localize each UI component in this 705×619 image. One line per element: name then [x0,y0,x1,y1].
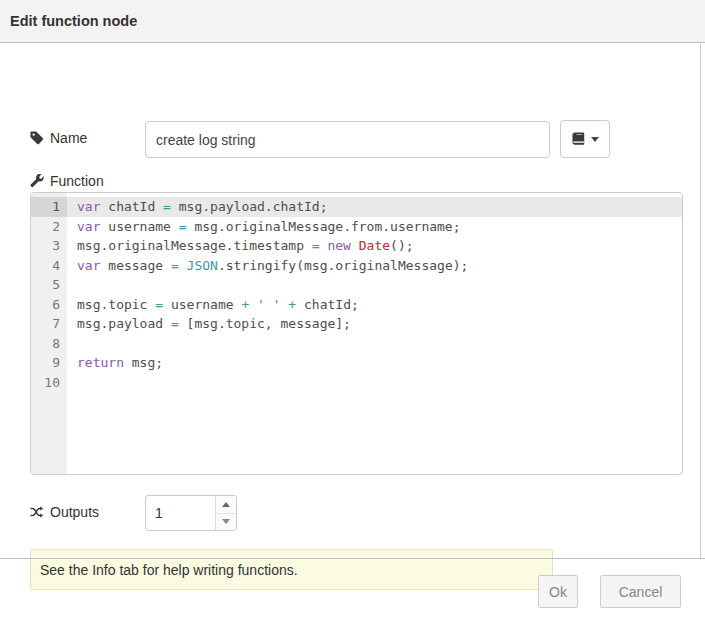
cancel-button[interactable]: Cancel [600,575,681,608]
function-label: Function [30,173,104,189]
line-number: 4 [31,256,67,276]
function-label-text: Function [50,173,104,189]
code-line: 5 [31,275,682,295]
code-line: 7msg.payload = [msg.topic, message]; [31,314,682,334]
line-number: 7 [31,314,67,334]
library-button[interactable] [560,120,610,158]
line-number: 1 [31,197,67,217]
outputs-input[interactable] [146,496,216,530]
chevron-down-icon [591,137,599,142]
line-number: 6 [31,295,67,315]
code-text: msg.topic = username + ' ' + chatId; [67,295,359,315]
dialog-title: Edit function node [10,13,137,29]
wrench-icon [30,174,44,188]
arrow-up-icon [222,502,230,507]
code-text [67,373,77,393]
code-line: 2var username = msg.originalMessage.from… [31,217,682,237]
book-icon [572,132,586,146]
line-number: 2 [31,217,67,237]
name-label: Name [30,130,87,146]
code-text: return msg; [67,353,163,373]
arrow-down-icon [222,519,230,524]
function-code-editor[interactable]: 1var chatId = msg.payload.chatId;2var us… [30,192,683,475]
outputs-label-text: Outputs [50,504,99,520]
code-text: msg.payload = [msg.topic, message]; [67,314,351,334]
code-line: 4var message = JSON.stringify(msg.origin… [31,256,682,276]
shuffle-icon [30,505,44,519]
name-label-text: Name [50,130,87,146]
code-text: var message = JSON.stringify(msg.origina… [67,256,468,276]
spinner-down-button[interactable] [216,514,236,531]
name-input[interactable] [145,121,550,158]
line-number: 8 [31,334,67,354]
code-text [67,275,77,295]
spinner-buttons [215,496,236,530]
line-number: 9 [31,353,67,373]
code-text: msg.originalMessage.timestamp = new Date… [67,236,414,256]
line-number: 5 [31,275,67,295]
footer-divider [0,558,705,559]
ok-button[interactable]: Ok [538,575,578,608]
edit-function-dialog: Edit function node Name [0,0,705,619]
code-text [67,334,77,354]
dialog-body: Name Function 1var [0,44,701,558]
code-line: 10 [31,373,682,393]
outputs-spinner [145,495,237,531]
spinner-up-button[interactable] [216,496,236,514]
line-number: 3 [31,236,67,256]
code-text: var chatId = msg.payload.chatId; [67,197,327,217]
form-tip-text: See the Info tab for help writing functi… [40,562,298,578]
code-lines: 1var chatId = msg.payload.chatId;2var us… [31,197,682,392]
outputs-label: Outputs [30,504,99,520]
dialog-header: Edit function node [0,0,705,43]
code-line: 8 [31,334,682,354]
code-line: 1var chatId = msg.payload.chatId; [31,197,682,217]
code-line: 9return msg; [31,353,682,373]
form-tip: See the Info tab for help writing functi… [30,549,553,590]
code-line: 3msg.originalMessage.timestamp = new Dat… [31,236,682,256]
line-number: 10 [31,373,67,393]
code-line: 6msg.topic = username + ' ' + chatId; [31,295,682,315]
code-text: var username = msg.originalMessage.from.… [67,217,461,237]
tag-icon [30,131,44,145]
